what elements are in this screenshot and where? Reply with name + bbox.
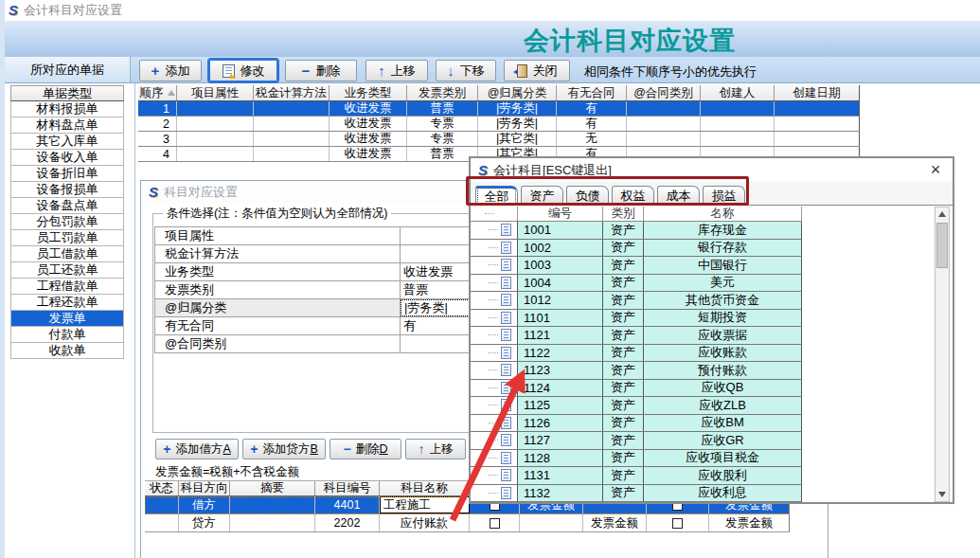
condition-row: 业务类型 收进发票 — [155, 263, 509, 281]
arrow-up-icon: ↑ — [378, 63, 385, 78]
tab-equity[interactable]: 权益 — [612, 186, 654, 206]
subject-name-edit-field[interactable]: 工程施工 — [380, 496, 470, 513]
edit-button[interactable]: 修改 — [209, 60, 277, 81]
sidebar-item[interactable]: 员工借款单 — [10, 246, 124, 262]
document-icon — [501, 417, 511, 429]
delete-button[interactable]: − 删除 — [285, 60, 357, 81]
close-icon[interactable]: × — [926, 160, 945, 179]
move-up-button[interactable]: ↑ 上移 — [365, 60, 428, 81]
document-icon — [501, 277, 511, 289]
sidebar-item[interactable]: 员工罚款单 — [10, 230, 124, 246]
sidebar-item[interactable]: 发票单 — [10, 311, 124, 327]
subject-row[interactable]: 1001 资产 库存现金 — [471, 222, 802, 240]
subject-row[interactable]: 1002 资产 银行存款 — [471, 240, 802, 258]
sidebar-item[interactable]: 工程借款单 — [10, 279, 124, 295]
subject-row[interactable]: 1127 资产 应收GR — [471, 432, 802, 450]
plus-icon: + — [163, 442, 170, 456]
entry-detail-row[interactable]: 贷方 2202 应付账款 发票金额 发票金额 — [145, 514, 790, 532]
rules-table: 顺序 项目属性 税金计算方法 业务类型 发票类别 @归属分类 有无合同 @合同类… — [138, 85, 860, 162]
app-logo-icon: S — [478, 164, 488, 177]
document-icon — [501, 294, 511, 306]
window-title: 会计科目对应设置 — [24, 2, 122, 19]
move-down-button[interactable]: ↓ 下移 — [436, 60, 496, 81]
sort-indicator-icon — [168, 90, 175, 96]
sidebar-item[interactable]: 员工还款单 — [10, 262, 124, 279]
checkbox[interactable] — [672, 518, 683, 529]
rules-table-header: 顺序 项目属性 税金计算方法 业务类型 发票类别 @归属分类 有无合同 @合同类… — [138, 85, 860, 101]
subject-dialog-titlebar: S 会计科目[ESC键退出] — [471, 158, 953, 182]
condition-table: 项目属性 税金计算方法 业务类型 收进发票 发票类别 普票 — [154, 226, 510, 353]
document-icon — [501, 382, 511, 394]
scrollbar-thumb[interactable] — [936, 223, 948, 268]
scroll-up-icon[interactable] — [935, 207, 949, 221]
document-icon — [501, 312, 511, 324]
sidebar-item[interactable]: 工程还款单 — [10, 295, 124, 311]
rules-table-row[interactable]: 1 收进发票 普票 |劳务类| 有 — [138, 101, 860, 117]
document-icon — [501, 259, 511, 271]
rules-table-row[interactable]: 3 收进发票 专票 |其它类| 无 — [138, 132, 860, 147]
tab-liabilities[interactable]: 负债 — [566, 186, 609, 206]
document-icon — [501, 347, 511, 359]
scrollbar[interactable] — [935, 207, 950, 502]
move-up-row-button[interactable]: ↑ 上移 — [405, 439, 466, 459]
subject-row[interactable]: 1004 资产 美元 — [471, 275, 802, 293]
sidebar-item[interactable]: 设备收入单 — [10, 150, 124, 166]
document-icon — [501, 364, 511, 376]
edit-icon — [223, 64, 235, 78]
priority-hint-text: 相同条件下顺序号小的优先执行 — [584, 63, 757, 81]
sidebar-item[interactable]: 材料报损单 — [10, 101, 124, 117]
condition-row: @合同类别 — [155, 335, 509, 353]
subject-dialog-title: 会计科目[ESC键退出] — [493, 162, 612, 179]
sidebar-item[interactable]: 设备盘点单 — [10, 198, 124, 214]
sidebar-item[interactable]: 材料盘点单 — [10, 117, 124, 134]
subject-table-header: 编号 类别 名称 — [471, 207, 802, 222]
tab-cost[interactable]: 成本 — [657, 186, 700, 206]
sidebar-item[interactable]: 付款单 — [10, 327, 124, 343]
subject-row[interactable]: 1121 资产 应收票据 — [471, 327, 802, 345]
tab-assets[interactable]: 资产 — [521, 186, 563, 206]
scroll-down-icon[interactable] — [935, 488, 949, 501]
document-icon — [501, 399, 511, 411]
rules-table-row[interactable]: 2 收进发票 专票 |劳务类| 有 — [138, 117, 860, 132]
document-icon — [501, 452, 511, 464]
condition-row: @归属分类 |劳务类| — [155, 299, 509, 317]
sidebar-item[interactable]: 设备报损单 — [10, 182, 124, 198]
arrow-down-icon: ↓ — [447, 63, 454, 78]
app-logo-icon: S — [9, 4, 18, 17]
add-credit-button[interactable]: + 添加贷方B — [242, 439, 326, 459]
app-logo-icon: S — [149, 186, 158, 199]
close-window-button[interactable]: 关闭 — [504, 60, 570, 81]
plus-icon: + — [250, 442, 258, 456]
condition-row: 有无合同 有 — [155, 317, 509, 335]
delete-row-button[interactable]: − 删除D — [330, 439, 401, 459]
arrow-up-icon: ↑ — [419, 442, 425, 456]
subject-row[interactable]: 1128 资产 应收项目税金 — [471, 450, 802, 468]
subject-row[interactable]: 1132 资产 应收利息 — [471, 485, 802, 503]
add-button[interactable]: + 添加 — [139, 60, 202, 81]
subject-row[interactable]: 1101 资产 短期投资 — [471, 310, 802, 328]
subject-row[interactable]: 1125 资产 应收ZLB — [471, 397, 802, 415]
checkbox[interactable] — [490, 518, 500, 529]
sidebar-item[interactable]: 收款单 — [10, 343, 124, 359]
subject-row[interactable]: 1122 资产 应收账款 — [471, 345, 802, 363]
minus-icon: − — [302, 63, 311, 78]
tab-profit-loss[interactable]: 损益 — [703, 186, 745, 206]
condition-row: 税金计算方法 — [155, 245, 509, 263]
add-debit-button[interactable]: + 添加借方A — [155, 439, 239, 459]
document-type-list: 单据类型 材料报损单 材料盘点单 其它入库单 设备收入单 设备折旧单 设备报损单 — [10, 85, 124, 359]
subject-row[interactable]: 1003 资产 中国银行 — [471, 257, 802, 275]
document-icon — [501, 329, 511, 341]
document-icon — [501, 469, 511, 481]
sidebar-item[interactable]: 设备折旧单 — [10, 166, 124, 182]
window-titlebar: S 会计科目对应设置 — [5, 0, 980, 21]
plus-icon: + — [151, 63, 160, 78]
tab-all[interactable]: 全部 — [475, 186, 518, 206]
sidebar-item[interactable]: 分包罚款单 — [10, 214, 124, 230]
sidebar-item[interactable]: 其它入库单 — [10, 134, 124, 150]
subject-row[interactable]: 1123 资产 预付账款 — [471, 362, 802, 380]
subject-row[interactable]: 1131 资产 应收股利 — [471, 467, 802, 485]
subject-row[interactable]: 1126 资产 应收BM — [471, 415, 802, 433]
subject-tabstrip: 全部 资产 负债 权益 成本 损益 — [471, 182, 953, 206]
subject-row[interactable]: 1012 资产 其他货币资金 — [471, 292, 802, 310]
subject-row[interactable]: 1124 资产 应收QB — [471, 380, 802, 398]
